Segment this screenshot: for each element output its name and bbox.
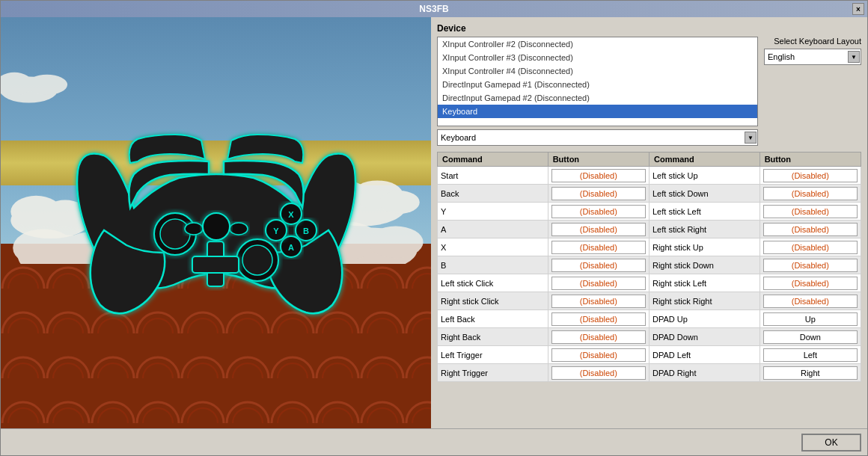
command-cell: DPAD Up bbox=[649, 310, 760, 328]
ok-button[interactable]: OK bbox=[801, 434, 861, 452]
button-input[interactable]: (Disabled) bbox=[551, 259, 646, 272]
button-input[interactable]: (Disabled) bbox=[763, 259, 858, 272]
button-cell[interactable]: (Disabled) bbox=[548, 274, 649, 292]
col-header-button2: Button bbox=[760, 152, 861, 167]
command-cell: Left stick Up bbox=[649, 167, 760, 185]
device-item[interactable]: XInput Controller #4 (Disconnected) bbox=[438, 64, 757, 78]
device-select[interactable]: XInput Controller #2 (Disconnected)XInpu… bbox=[437, 129, 758, 146]
layout-select[interactable]: EnglishJapaneseFrenchGerman bbox=[764, 49, 861, 65]
button-cell[interactable]: (Disabled) bbox=[548, 328, 649, 346]
button-input[interactable]: (Disabled) bbox=[763, 241, 858, 254]
mapping-table: Command Button Command Button Start(Disa… bbox=[437, 152, 861, 382]
button-input[interactable]: (Disabled) bbox=[763, 295, 858, 308]
command-cell: Y bbox=[438, 203, 548, 221]
button-cell[interactable]: (Disabled) bbox=[760, 256, 861, 274]
right-panel: Device XInput Controller #2 (Disconnecte… bbox=[431, 17, 867, 428]
button-cell[interactable]: (Disabled) bbox=[760, 274, 861, 292]
button-input[interactable]: Right bbox=[763, 366, 858, 380]
button-cell[interactable]: Left bbox=[760, 346, 861, 364]
svg-rect-26 bbox=[192, 256, 239, 273]
svg-text:B: B bbox=[303, 227, 309, 235]
button-cell[interactable]: (Disabled) bbox=[760, 292, 861, 310]
button-cell[interactable]: (Disabled) bbox=[760, 167, 861, 185]
button-cell[interactable]: (Disabled) bbox=[760, 203, 861, 221]
button-input[interactable]: (Disabled) bbox=[551, 330, 646, 344]
main-window: NS3FB × bbox=[0, 0, 868, 456]
mapping-table-container: Command Button Command Button Start(Disa… bbox=[437, 152, 861, 422]
command-cell: DPAD Left bbox=[649, 346, 760, 364]
button-input[interactable]: (Disabled) bbox=[763, 205, 858, 218]
button-input[interactable]: Up bbox=[763, 312, 858, 326]
command-cell: Left Trigger bbox=[438, 346, 548, 364]
button-cell[interactable]: (Disabled) bbox=[548, 256, 649, 274]
button-cell[interactable]: (Disabled) bbox=[548, 346, 649, 364]
button-cell[interactable]: (Disabled) bbox=[760, 221, 861, 238]
button-cell[interactable]: (Disabled) bbox=[760, 238, 861, 256]
svg-point-24 bbox=[242, 245, 272, 275]
table-row: B(Disabled)Right stick Down(Disabled) bbox=[438, 256, 861, 274]
button-cell[interactable]: (Disabled) bbox=[548, 203, 649, 221]
button-input[interactable]: (Disabled) bbox=[551, 187, 646, 200]
button-input[interactable]: (Disabled) bbox=[763, 169, 858, 182]
button-cell[interactable]: (Disabled) bbox=[548, 364, 649, 382]
button-cell[interactable]: (Disabled) bbox=[548, 310, 649, 328]
command-cell: A bbox=[438, 221, 548, 238]
title-bar: NS3FB × bbox=[1, 1, 867, 17]
device-item[interactable]: Keyboard bbox=[438, 105, 757, 118]
button-cell[interactable]: (Disabled) bbox=[548, 185, 649, 203]
window-title: NS3FB bbox=[419, 4, 448, 14]
button-cell[interactable]: Down bbox=[760, 328, 861, 346]
command-cell: Right stick Right bbox=[649, 292, 760, 310]
button-input[interactable]: (Disabled) bbox=[763, 223, 858, 236]
command-cell: DPAD Down bbox=[649, 328, 760, 346]
button-cell[interactable]: (Disabled) bbox=[548, 167, 649, 185]
table-row: X(Disabled)Right stick Up(Disabled) bbox=[438, 238, 861, 256]
col-header-command2: Command bbox=[649, 152, 760, 167]
table-row: Y(Disabled)Left stick Left(Disabled) bbox=[438, 203, 861, 221]
svg-point-37 bbox=[203, 213, 230, 240]
button-input[interactable]: (Disabled) bbox=[551, 348, 646, 362]
left-panel: B A X Y bbox=[1, 17, 431, 428]
button-cell[interactable]: (Disabled) bbox=[760, 185, 861, 203]
controller-image: B A X Y bbox=[59, 103, 373, 342]
button-cell[interactable]: (Disabled) bbox=[548, 238, 649, 256]
svg-text:A: A bbox=[288, 243, 294, 252]
command-cell: Start bbox=[438, 167, 548, 185]
button-cell[interactable]: (Disabled) bbox=[548, 292, 649, 310]
button-input[interactable]: Down bbox=[763, 330, 858, 344]
device-item[interactable]: XInput Controller #2 (Disconnected) bbox=[438, 37, 757, 51]
command-cell: Left stick Right bbox=[649, 221, 760, 238]
command-cell: Left stick Click bbox=[438, 274, 548, 292]
button-input[interactable]: (Disabled) bbox=[551, 277, 646, 290]
device-item[interactable]: DirectInput Gamepad #2 (Disconnected) bbox=[438, 91, 757, 105]
device-item[interactable]: XInput Controller #3 (Disconnected) bbox=[438, 51, 757, 64]
button-input[interactable]: (Disabled) bbox=[551, 366, 646, 380]
content-area: B A X Y bbox=[1, 17, 867, 428]
table-row: Right Trigger(Disabled)DPAD RightRight bbox=[438, 364, 861, 382]
button-input[interactable]: Left bbox=[763, 348, 858, 362]
device-list[interactable]: XInput Controller #2 (Disconnected)XInpu… bbox=[437, 37, 758, 126]
command-cell: Right Back bbox=[438, 328, 548, 346]
button-input[interactable]: (Disabled) bbox=[763, 277, 858, 290]
svg-text:X: X bbox=[288, 210, 294, 219]
device-item[interactable]: DirectInput Gamepad #1 (Disconnected) bbox=[438, 78, 757, 91]
close-button[interactable]: × bbox=[852, 3, 864, 15]
command-cell: Back bbox=[438, 185, 548, 203]
background: B A X Y bbox=[1, 17, 431, 428]
button-input[interactable]: (Disabled) bbox=[763, 187, 858, 200]
button-input[interactable]: (Disabled) bbox=[551, 312, 646, 326]
button-input[interactable]: (Disabled) bbox=[551, 295, 646, 308]
button-input[interactable]: (Disabled) bbox=[551, 223, 646, 236]
button-cell[interactable]: Right bbox=[760, 364, 861, 382]
button-input[interactable]: (Disabled) bbox=[551, 169, 646, 182]
col-header-command1: Command bbox=[438, 152, 548, 167]
button-cell[interactable]: (Disabled) bbox=[548, 221, 649, 238]
bottom-bar: OK bbox=[1, 428, 867, 455]
button-cell[interactable]: Up bbox=[760, 310, 861, 328]
command-cell: Right stick Left bbox=[649, 274, 760, 292]
button-input[interactable]: (Disabled) bbox=[551, 241, 646, 254]
table-row: Right stick Click(Disabled)Right stick R… bbox=[438, 292, 861, 310]
table-row: Left stick Click(Disabled)Right stick Le… bbox=[438, 274, 861, 292]
button-input[interactable]: (Disabled) bbox=[551, 205, 646, 218]
command-cell: DPAD Right bbox=[649, 364, 760, 382]
